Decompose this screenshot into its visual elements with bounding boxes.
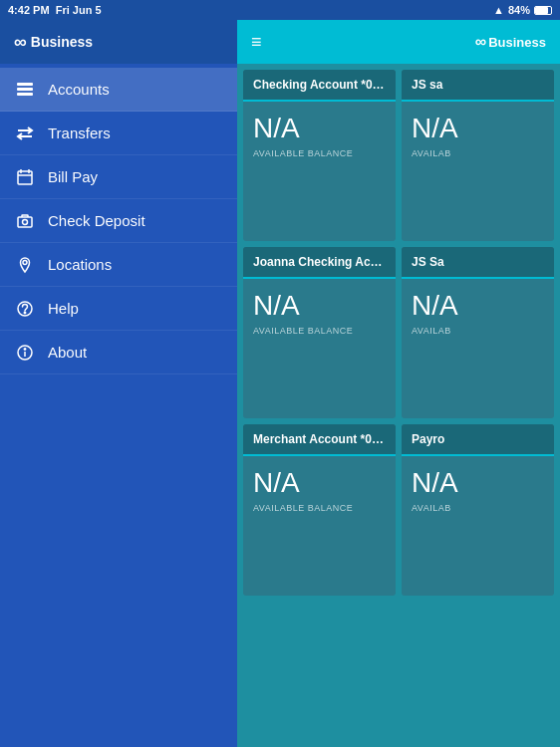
about-label: About <box>48 344 87 361</box>
status-indicators: ▲ 84% <box>493 4 552 16</box>
logo-symbol: ∞ <box>14 32 25 53</box>
account-card-body: N/A AVAILABLE BALANCE <box>243 102 396 241</box>
account-balance-label: AVAILAB <box>412 148 544 158</box>
about-icon <box>14 342 36 364</box>
account-card-js-savings-partial[interactable]: JS sa N/A AVAILAB <box>402 70 554 241</box>
account-card-body: N/A AVAILAB <box>402 279 554 418</box>
help-label: Help <box>48 300 79 317</box>
account-balance-label: AVAILAB <box>412 326 544 336</box>
sidebar-item-transfers[interactable]: Transfers <box>0 112 237 155</box>
status-bar: 4:42 PM Fri Jun 5 ▲ 84% <box>0 0 560 20</box>
account-balance: N/A <box>412 289 544 323</box>
account-card-body: N/A AVAILAB <box>402 456 554 596</box>
sidebar-item-bill-pay[interactable]: Bill Pay <box>0 155 237 199</box>
header-logo: ∞ Business <box>475 33 546 51</box>
hamburger-icon[interactable]: ≡ <box>251 32 262 53</box>
battery-bar <box>534 6 552 15</box>
main-content: ≡ ∞ Business Checking Account *0513 N/A … <box>237 20 560 747</box>
app-container: ∞ Business Accounts <box>0 20 560 747</box>
bill-pay-icon <box>14 166 36 188</box>
svg-point-14 <box>24 348 25 349</box>
svg-point-8 <box>23 219 28 224</box>
account-card-header: Joanna Checking Account *0075 <box>243 247 396 279</box>
account-card-header: Merchant Account *0042 <box>243 424 396 456</box>
svg-point-11 <box>24 312 25 313</box>
check-deposit-icon <box>14 210 36 232</box>
wifi-icon: ▲ <box>493 4 504 16</box>
account-balance: N/A <box>412 112 544 145</box>
locations-label: Locations <box>48 256 112 273</box>
svg-rect-2 <box>17 93 33 96</box>
sidebar: ∞ Business Accounts <box>0 20 237 747</box>
sidebar-item-about[interactable]: About <box>0 331 237 374</box>
account-card-merchant-0042[interactable]: Merchant Account *0042 N/A AVAILABLE BAL… <box>243 424 396 596</box>
logo: ∞ Business <box>14 32 93 53</box>
account-card-body: N/A AVAILABLE BALANCE <box>243 279 396 418</box>
account-balance: N/A <box>253 466 386 500</box>
svg-rect-1 <box>17 88 33 91</box>
account-card-header: JS sa <box>402 70 554 102</box>
account-card-checking-0513[interactable]: Checking Account *0513 N/A AVAILABLE BAL… <box>243 70 396 241</box>
svg-point-9 <box>23 260 27 264</box>
logo-text: Business <box>31 34 93 50</box>
svg-rect-0 <box>17 83 33 86</box>
header-logo-text: Business <box>488 35 546 50</box>
battery-icon: 84% <box>508 4 530 16</box>
check-deposit-label: Check Deposit <box>48 212 145 229</box>
account-balance-label: AVAILABLE BALANCE <box>253 326 386 336</box>
account-card-payroll[interactable]: Payro N/A AVAILAB <box>402 424 554 596</box>
accounts-icon <box>14 79 36 101</box>
account-balance: N/A <box>253 112 386 145</box>
account-balance: N/A <box>412 466 544 500</box>
sidebar-item-locations[interactable]: Locations <box>0 243 237 287</box>
sidebar-nav: Accounts Transfers <box>0 64 237 374</box>
account-card-header: JS Sa <box>402 247 554 279</box>
account-card-body: N/A AVAILABLE BALANCE <box>243 456 396 596</box>
sidebar-item-check-deposit[interactable]: Check Deposit <box>0 199 237 243</box>
account-balance-label: AVAILABLE BALANCE <box>253 503 386 513</box>
account-balance-label: AVAILAB <box>412 503 544 513</box>
account-balance-label: AVAILABLE BALANCE <box>253 148 386 158</box>
sidebar-item-help[interactable]: Help <box>0 287 237 331</box>
header-logo-symbol: ∞ <box>475 33 484 51</box>
account-card-js-savings[interactable]: JS Sa N/A AVAILAB <box>402 247 554 418</box>
sidebar-logo: ∞ Business <box>0 20 237 64</box>
bill-pay-label: Bill Pay <box>48 168 98 185</box>
status-time: 4:42 PM Fri Jun 5 <box>8 4 102 16</box>
svg-rect-7 <box>18 217 32 227</box>
account-card-joanna-0075[interactable]: Joanna Checking Account *0075 N/A AVAILA… <box>243 247 396 418</box>
sidebar-item-accounts[interactable]: Accounts <box>0 68 237 112</box>
transfers-icon <box>14 123 36 144</box>
locations-icon <box>14 254 36 276</box>
account-card-header: Payro <box>402 424 554 456</box>
account-card-body: N/A AVAILAB <box>402 102 554 241</box>
accounts-grid: Checking Account *0513 N/A AVAILABLE BAL… <box>237 64 560 747</box>
accounts-label: Accounts <box>48 81 110 98</box>
main-header: ≡ ∞ Business <box>237 20 560 64</box>
svg-rect-3 <box>18 171 32 184</box>
account-card-header: Checking Account *0513 <box>243 70 396 102</box>
help-icon <box>14 298 36 320</box>
transfers-label: Transfers <box>48 124 111 141</box>
account-balance: N/A <box>253 289 386 323</box>
